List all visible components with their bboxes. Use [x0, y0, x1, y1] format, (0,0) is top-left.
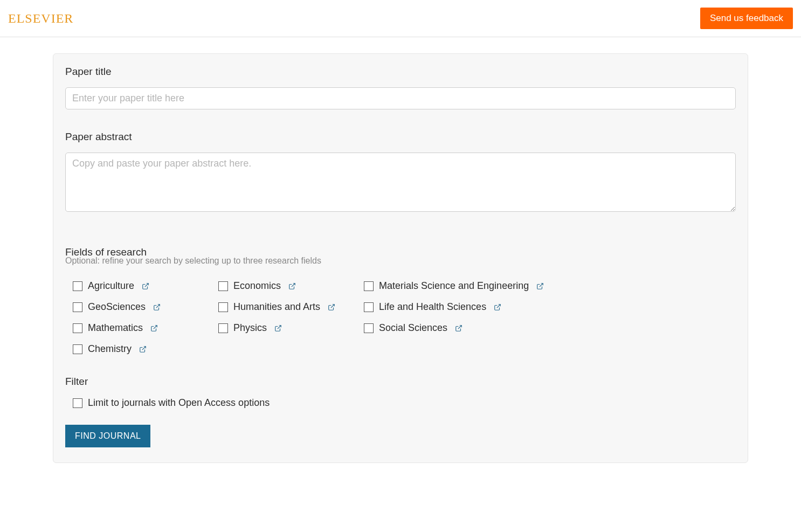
external-link-icon[interactable]	[288, 282, 296, 290]
field-mathematics: Mathematics	[73, 317, 218, 338]
field-humanities: Humanities and Arts	[218, 296, 364, 317]
fields-sublabel: Optional: refine your search by selectin…	[65, 256, 736, 266]
external-link-icon[interactable]	[274, 324, 282, 332]
field-geosciences: GeoSciences	[73, 296, 218, 317]
field-social: Social Sciences	[364, 317, 736, 338]
svg-line-7	[278, 325, 281, 328]
svg-line-6	[154, 325, 157, 328]
label-physics[interactable]: Physics	[233, 322, 267, 334]
checkbox-geosciences[interactable]	[73, 302, 82, 312]
checkbox-humanities[interactable]	[218, 302, 228, 312]
svg-line-4	[331, 304, 334, 307]
checkbox-chemistry[interactable]	[73, 344, 82, 354]
svg-line-0	[145, 283, 148, 286]
svg-line-5	[497, 304, 500, 307]
checkbox-open-access[interactable]	[73, 398, 82, 408]
abstract-label: Paper abstract	[65, 131, 736, 143]
field-chemistry: Chemistry	[73, 338, 218, 360]
feedback-button[interactable]: Send us feedback	[700, 8, 793, 29]
abstract-input[interactable]	[65, 153, 736, 212]
external-link-icon[interactable]	[153, 303, 161, 311]
svg-line-8	[458, 325, 461, 328]
svg-line-9	[142, 346, 146, 349]
checkbox-life-health[interactable]	[364, 302, 374, 312]
abstract-group: Paper abstract	[65, 131, 736, 214]
external-link-icon[interactable]	[455, 324, 462, 332]
main-container: Paper title Paper abstract Fields of res…	[45, 53, 756, 463]
title-label: Paper title	[65, 66, 736, 78]
logo: ELSEVIER	[8, 11, 73, 26]
external-link-icon[interactable]	[536, 282, 544, 290]
svg-line-3	[156, 304, 160, 307]
label-geosciences[interactable]: GeoSciences	[88, 301, 146, 313]
field-agriculture: Agriculture	[73, 275, 218, 296]
fields-grid: Agriculture Economics Materials Science …	[73, 275, 736, 360]
header: ELSEVIER Send us feedback	[0, 0, 801, 37]
find-journal-button[interactable]: FIND JOURNAL	[65, 425, 150, 447]
label-life-health[interactable]: Life and Health Sciences	[379, 301, 486, 313]
external-link-icon[interactable]	[139, 346, 147, 353]
checkbox-mathematics[interactable]	[73, 323, 82, 333]
title-group: Paper title	[65, 66, 736, 109]
field-life-health: Life and Health Sciences	[364, 296, 736, 317]
external-link-icon[interactable]	[150, 324, 158, 332]
external-link-icon[interactable]	[142, 282, 149, 290]
svg-line-1	[292, 283, 295, 286]
field-materials: Materials Science and Engineering	[364, 275, 736, 296]
title-input[interactable]	[65, 87, 736, 109]
field-physics: Physics	[218, 317, 364, 338]
external-link-icon[interactable]	[328, 303, 335, 311]
field-economics: Economics	[218, 275, 364, 296]
filter-label: Filter	[65, 376, 736, 388]
label-economics[interactable]: Economics	[233, 280, 281, 292]
label-chemistry[interactable]: Chemistry	[88, 343, 132, 355]
label-social[interactable]: Social Sciences	[379, 322, 447, 334]
external-link-icon[interactable]	[494, 303, 501, 311]
checkbox-materials[interactable]	[364, 281, 374, 291]
label-open-access[interactable]: Limit to journals with Open Access optio…	[88, 397, 270, 409]
checkbox-agriculture[interactable]	[73, 281, 82, 291]
label-materials[interactable]: Materials Science and Engineering	[379, 280, 529, 292]
label-humanities[interactable]: Humanities and Arts	[233, 301, 320, 313]
checkbox-economics[interactable]	[218, 281, 228, 291]
label-agriculture[interactable]: Agriculture	[88, 280, 134, 292]
label-mathematics[interactable]: Mathematics	[88, 322, 143, 334]
checkbox-physics[interactable]	[218, 323, 228, 333]
filter-open-access: Limit to journals with Open Access optio…	[73, 397, 736, 409]
fields-section: Fields of research Optional: refine your…	[65, 246, 736, 360]
checkbox-social[interactable]	[364, 323, 374, 333]
svg-line-2	[540, 283, 543, 286]
filter-section: Filter Limit to journals with Open Acces…	[65, 376, 736, 409]
form-card: Paper title Paper abstract Fields of res…	[53, 53, 748, 463]
